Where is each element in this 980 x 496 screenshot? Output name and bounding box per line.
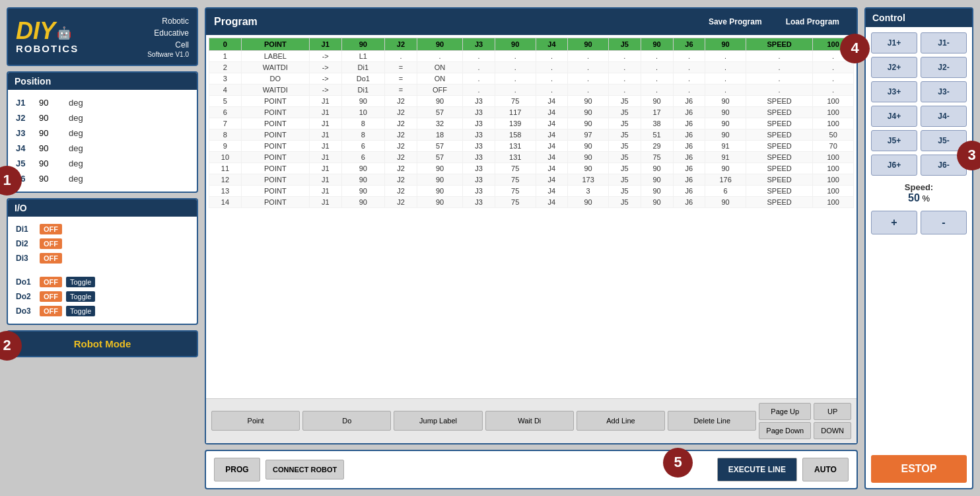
speed-minus-button[interactable]: -: [921, 211, 967, 234]
table-cell: POINT: [241, 174, 309, 185]
table-cell: 75: [495, 196, 536, 207]
joint-minus-button[interactable]: J2-: [921, 57, 967, 78]
robotics-label: ROBOTICS: [16, 43, 79, 54]
add-line-button[interactable]: Add Line: [577, 411, 665, 431]
table-cell: POINT: [241, 129, 309, 140]
table-cell: J1: [309, 95, 341, 106]
table-cell: 100: [813, 185, 854, 196]
table-header-cell: J6: [673, 38, 705, 50]
joint-plus-button[interactable]: J4+: [871, 106, 917, 127]
joint-plus-button[interactable]: J5+: [871, 130, 917, 151]
table-row[interactable]: 4WAITDI->Di1=OFF..........: [209, 84, 854, 95]
prog-button[interactable]: PROG: [214, 458, 260, 481]
joint-plus-button[interactable]: J2+: [871, 57, 917, 78]
do-state-button[interactable]: OFF: [40, 291, 62, 302]
table-cell: 13: [209, 185, 242, 196]
do-state-button[interactable]: OFF: [40, 306, 62, 316]
joint-minus-button[interactable]: J4-: [921, 106, 967, 127]
robot-mode-button[interactable]: Robot Mode: [7, 330, 198, 357]
middle-panel: 4 5 Program Save Program Load Program 0P…: [205, 7, 858, 489]
di-label: Di1: [16, 225, 36, 234]
table-cell: .: [495, 84, 536, 95]
table-cell: 18: [417, 129, 462, 140]
di-state-button[interactable]: OFF: [40, 253, 62, 264]
table-cell: 90: [341, 174, 384, 185]
auto-button[interactable]: AUTO: [802, 458, 849, 481]
table-row[interactable]: 9POINTJ16J257J3131J490J529J691SPEED70: [209, 140, 854, 151]
table-row[interactable]: 12POINTJ190J290J375J4173J590J6176SPEED10…: [209, 174, 854, 185]
joint-label: J5: [16, 159, 32, 168]
table-row[interactable]: 14POINTJ190J290J375J490J590J690SPEED100: [209, 196, 854, 207]
page-down-button[interactable]: Page Down: [759, 422, 811, 439]
di-state-button[interactable]: OFF: [40, 238, 62, 249]
table-row[interactable]: 1LABEL->L1............: [209, 50, 854, 61]
table-cell: 57: [417, 140, 462, 151]
point-button[interactable]: Point: [211, 411, 300, 431]
wait-di-button[interactable]: Wait Di: [485, 411, 574, 431]
table-cell: 90: [568, 118, 609, 129]
do-label: Do1: [16, 277, 36, 287]
delete-line-button[interactable]: Delete Line: [668, 411, 756, 431]
table-cell: 17: [641, 106, 673, 118]
table-cell: 100: [813, 95, 854, 106]
joint-plus-button[interactable]: J6+: [871, 155, 917, 176]
table-row[interactable]: 13POINTJ190J290J375J43J590J66SPEED100: [209, 185, 854, 196]
table-cell: 29: [641, 140, 673, 151]
table-cell: 6: [341, 151, 384, 162]
table-cell: J1: [309, 140, 341, 151]
table-cell: J6: [673, 118, 705, 129]
di-state-button[interactable]: OFF: [40, 224, 62, 234]
table-row[interactable]: 10POINTJ16J257J3131J490J575J691SPEED100: [209, 151, 854, 162]
table-cell: 90: [417, 95, 462, 106]
table-cell: .: [608, 61, 641, 73]
table-cell: J2: [385, 151, 417, 162]
table-cell: SPEED: [746, 118, 812, 129]
up-button[interactable]: UP: [814, 403, 851, 420]
version: Software V1.0: [147, 51, 189, 58]
do-state-button[interactable]: OFF: [40, 277, 62, 287]
load-program-button[interactable]: Load Program: [777, 14, 849, 30]
joint-plus-button[interactable]: J1+: [871, 32, 917, 53]
joint-control-row: J1+ J1-: [871, 32, 967, 53]
do-toggle-button[interactable]: Toggle: [66, 291, 95, 302]
joint-control-row: J3+ J3-: [871, 81, 967, 102]
table-row[interactable]: 6POINTJ110J257J3117J490J517J690SPEED100: [209, 106, 854, 118]
down-button[interactable]: DOWN: [814, 422, 851, 439]
joint-minus-button[interactable]: J3-: [921, 81, 967, 102]
table-cell: J5: [608, 151, 641, 162]
joint-control-row: J2+ J2-: [871, 57, 967, 78]
table-cell: OFF: [417, 84, 462, 95]
program-table-area[interactable]: 0POINTJ190J290J390J490J590J690SPEED100 1…: [206, 35, 857, 398]
table-header-cell: 90: [568, 38, 609, 50]
connect-robot-button[interactable]: CONNECT ROBOT: [265, 460, 344, 479]
table-row[interactable]: 5POINTJ190J290J375J490J590J690SPEED100: [209, 95, 854, 106]
table-cell: J3: [463, 151, 495, 162]
table-cell: J5: [608, 140, 641, 151]
save-program-button[interactable]: Save Program: [699, 14, 771, 30]
table-cell: J5: [608, 174, 641, 185]
do-button[interactable]: Do: [302, 411, 391, 431]
estop-button[interactable]: ESTOP: [871, 455, 967, 483]
table-cell: POINT: [241, 151, 309, 162]
do-toggle-button[interactable]: Toggle: [66, 306, 95, 316]
table-row[interactable]: 3DO->Do1=ON..........: [209, 73, 854, 84]
table-cell: 38: [641, 118, 673, 129]
table-cell: ->: [309, 84, 341, 95]
execute-line-button[interactable]: EXECUTE LINE: [717, 458, 797, 481]
jump-label-button[interactable]: Jump Label: [394, 411, 482, 431]
table-cell: J5: [608, 162, 641, 174]
table-row[interactable]: 2WAITDI->Di1=ON..........: [209, 61, 854, 73]
table-header-cell: POINT: [241, 38, 309, 50]
table-cell: 90: [568, 95, 609, 106]
speed-plus-button[interactable]: +: [871, 211, 917, 234]
joint-plus-button[interactable]: J3+: [871, 81, 917, 102]
table-row[interactable]: 11POINTJ190J290J375J490J590J690SPEED100: [209, 162, 854, 174]
position-row: J4 90 deg: [16, 141, 189, 156]
do-toggle-button[interactable]: Toggle: [66, 277, 95, 287]
table-cell: SPEED: [746, 140, 812, 151]
table-header-cell: J1: [309, 38, 341, 50]
joint-minus-button[interactable]: J1-: [921, 32, 967, 53]
page-up-button[interactable]: Page Up: [759, 403, 811, 420]
table-row[interactable]: 7POINTJ18J232J3139J490J538J690SPEED100: [209, 118, 854, 129]
table-row[interactable]: 8POINTJ18J218J3158J497J551J690SPEED50: [209, 129, 854, 140]
